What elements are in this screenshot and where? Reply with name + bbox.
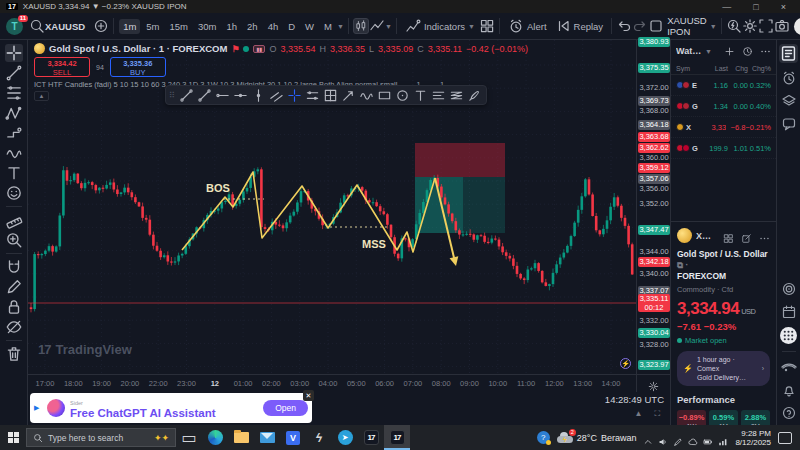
- price-label[interactable]: 3,363.68: [638, 132, 670, 142]
- hide-drawings-tool[interactable]: [5, 318, 23, 336]
- layout-grid-icon[interactable]: [479, 18, 495, 34]
- utc-clock[interactable]: 14:28:49 UTC: [605, 394, 664, 405]
- price-label[interactable]: 3,364.18: [638, 120, 670, 130]
- timeframe-W[interactable]: W: [301, 19, 318, 34]
- tray-volume-icon[interactable]: [658, 433, 668, 443]
- indicators-button[interactable]: Indicators ▼: [401, 16, 479, 36]
- lock-tool[interactable]: [5, 298, 23, 316]
- price-axis[interactable]: 3,380.933,375.353,372.003,369.733,368.00…: [636, 40, 670, 374]
- watchlist-row[interactable]: X3,33−6.8−0.21%: [671, 117, 776, 138]
- drawing-mode-tool[interactable]: [5, 278, 23, 296]
- calendar-icon[interactable]: [781, 304, 797, 320]
- price-label[interactable]: 3,369.73: [638, 96, 670, 106]
- chart-symbol-title[interactable]: Gold Spot / U.S. Dollar · 1 · FOREXCOM: [49, 43, 227, 54]
- news-pill[interactable]: ⚡ 1 hour ago · ComexGold Delivery… ›: [677, 351, 770, 386]
- timeframe-1h[interactable]: 1h: [223, 19, 242, 34]
- weather-widget[interactable]: ϟ 2 28°C Berawan: [557, 432, 637, 443]
- user-avatar[interactable]: T11: [6, 18, 23, 35]
- symbol-search[interactable]: XAUUSD: [45, 21, 85, 32]
- tray-chevron-up-icon[interactable]: [643, 433, 653, 443]
- snapshot-camera-icon[interactable]: [774, 18, 790, 34]
- timeframe-30m[interactable]: 30m: [194, 19, 220, 34]
- wave-tool[interactable]: [5, 144, 23, 162]
- ad-open-button[interactable]: Open: [263, 400, 308, 416]
- minimize-button[interactable]: —: [722, 2, 731, 12]
- watchlist-row[interactable]: E1.160.000.32%: [671, 75, 776, 96]
- help-icon[interactable]: [781, 405, 797, 421]
- short-position-icon[interactable]: [448, 88, 465, 103]
- flat-channel-icon[interactable]: [304, 88, 321, 103]
- arrow-icon[interactable]: [340, 88, 357, 103]
- emoji-tool[interactable]: [5, 184, 23, 202]
- price-label[interactable]: 3,357.06: [638, 174, 670, 184]
- zoom-tool[interactable]: [5, 231, 23, 249]
- ad-title[interactable]: Free ChatGPT AI Assistant: [70, 408, 216, 418]
- axis-settings-corner[interactable]: [636, 374, 670, 392]
- taskbar-clock[interactable]: 9:28 PM 8/12/2025: [735, 429, 771, 447]
- vertical-line-icon[interactable]: [250, 88, 267, 103]
- app-telegram[interactable]: ➤: [332, 425, 358, 450]
- ruler-tool[interactable]: [5, 211, 23, 229]
- crosshair-tool[interactable]: [5, 44, 23, 62]
- drag-handle[interactable]: ⠿: [169, 91, 177, 100]
- taskbar-search[interactable]: Type here to search ✦✦: [26, 428, 176, 447]
- search-icon[interactable]: [29, 18, 45, 34]
- watchlist-row[interactable]: G1.340.000.40%: [671, 96, 776, 117]
- action-center-icon[interactable]: [778, 432, 792, 444]
- tray-battery-icon[interactable]: [703, 433, 713, 443]
- layout-name[interactable]: XAUUSD IPON: [667, 15, 707, 37]
- object-tree-icon[interactable]: [781, 93, 797, 109]
- ad-choices-icon[interactable]: ▶: [34, 404, 42, 412]
- ad-banner[interactable]: ▶ Sider Free ChatGPT AI Assistant Open ✕: [30, 393, 312, 423]
- polyline-icon[interactable]: [358, 88, 375, 103]
- publish-button[interactable]: Publish: [794, 18, 800, 35]
- timeframe-D[interactable]: D: [284, 19, 299, 34]
- layout-caret-icon[interactable]: ▼: [710, 23, 717, 30]
- rectangle-icon[interactable]: [376, 88, 393, 103]
- watchlist-add-icon[interactable]: [724, 46, 735, 57]
- pattern-tool[interactable]: [5, 104, 23, 122]
- tray-network-icon[interactable]: [718, 433, 728, 443]
- trend-line-icon[interactable]: [178, 88, 195, 103]
- fullscreen-icon[interactable]: [758, 18, 774, 34]
- pane-maximize-icon[interactable]: ⛶: [654, 409, 660, 419]
- price-label[interactable]: 3,359.12: [638, 163, 670, 173]
- fib-tool[interactable]: [5, 84, 23, 102]
- hotlists-icon[interactable]: [781, 281, 797, 297]
- help-tray-icon[interactable]: ?: [537, 431, 550, 444]
- extended-line-icon[interactable]: [196, 88, 213, 103]
- pane-collapse-icon[interactable]: ▲: [634, 409, 642, 419]
- close-button[interactable]: ×: [781, 2, 786, 12]
- chart-type-candles-icon[interactable]: [353, 18, 369, 34]
- performance-cell[interactable]: 0.59%1M: [709, 410, 738, 425]
- timeframe-5m[interactable]: 5m: [142, 19, 163, 34]
- performance-cell[interactable]: −0.89%1W: [677, 410, 706, 425]
- price-label[interactable]: 3,375.35: [638, 63, 670, 73]
- symbol-ticker[interactable]: XAUUSD: [696, 231, 712, 241]
- chart-legend[interactable]: Gold Spot / U.S. Dollar · 1 · FOREXCOM ⚑…: [34, 43, 528, 54]
- brush-icon[interactable]: [466, 88, 483, 103]
- settings-gear-icon[interactable]: [742, 18, 758, 34]
- timeframe-caret-icon[interactable]: ▼: [337, 23, 344, 30]
- copilot-sparkles-icon[interactable]: ✦✦: [154, 433, 169, 443]
- horizontal-line-icon[interactable]: [232, 88, 249, 103]
- legend-collapse-button[interactable]: ▲: [34, 91, 49, 101]
- chart-area[interactable]: BOSMSS Gold Spot / U.S. Dollar · 1 · FOR…: [28, 40, 636, 374]
- maximize-button[interactable]: □: [753, 2, 758, 12]
- watchlist-title[interactable]: Watchlist: [676, 46, 702, 56]
- app-edge[interactable]: [202, 425, 228, 450]
- watchlist-caret-icon[interactable]: ▼: [705, 48, 712, 55]
- trend-line-tool[interactable]: [5, 64, 23, 82]
- replay-button[interactable]: Replay: [551, 16, 608, 36]
- alerts-panel-icon[interactable]: [781, 70, 797, 86]
- buy-button[interactable]: 3,335.36BUY: [110, 57, 166, 77]
- price-label[interactable]: 3,347.47: [638, 225, 670, 235]
- parallel-channel-icon[interactable]: [268, 88, 285, 103]
- tray-pen-icon[interactable]: [673, 433, 683, 443]
- chart-style-icon[interactable]: [369, 18, 385, 34]
- apps-icon[interactable]: [780, 327, 797, 344]
- performance-cell[interactable]: 2.88%3M: [741, 410, 770, 425]
- long-position-icon[interactable]: [430, 88, 447, 103]
- redo-icon[interactable]: [632, 18, 648, 34]
- task-view-icon[interactable]: ▭: [176, 428, 202, 447]
